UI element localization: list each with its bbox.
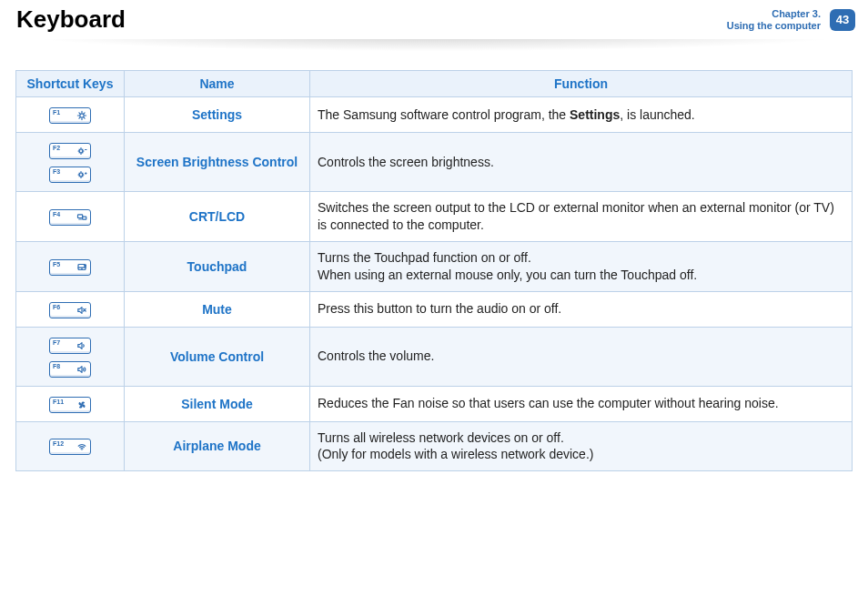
func-line-2: (Only for models with a wireless network… xyxy=(318,446,844,463)
table-row: F1 Settings The Samsung software control… xyxy=(16,97,853,133)
table-row: F12 Airplane Mode Turns all wireless net… xyxy=(16,421,853,471)
key-label: F6 xyxy=(53,303,60,310)
row-function: Reduces the Fan noise so that users can … xyxy=(310,386,853,421)
col-name: Name xyxy=(125,71,310,97)
func-line-1: Turns the Touchpad function on or off. xyxy=(318,249,844,267)
key-f3: F3 xyxy=(49,167,91,183)
key-cell: F5 xyxy=(16,241,125,291)
key-f2: F2 xyxy=(49,143,91,159)
table-row: F11 Silent Mode Reduces the Fan noise so… xyxy=(16,386,853,421)
key-f8: F8 xyxy=(49,361,91,378)
key-label: F2 xyxy=(53,144,60,151)
key-cell: F7 F8 xyxy=(16,327,125,386)
row-function: Press this button to turn the audio on o… xyxy=(310,291,853,327)
row-function: Controls the volume. xyxy=(310,327,853,386)
row-name: Silent Mode xyxy=(125,386,310,421)
table-row: F6 Mute Press this button to turn the au… xyxy=(16,291,853,327)
key-f5: F5 xyxy=(49,259,91,276)
key-cell: F2 F3 xyxy=(16,133,125,192)
chapter-line-1: Chapter 3. xyxy=(727,8,821,20)
func-line-2: When using an external mouse only, you c… xyxy=(318,267,844,284)
key-f1: F1 xyxy=(49,107,91,124)
header-shadow xyxy=(0,39,868,52)
key-label: F3 xyxy=(53,167,60,175)
key-cell: F4 xyxy=(16,192,125,242)
row-name: Settings xyxy=(125,97,310,133)
row-function: The Samsung software control program, th… xyxy=(310,97,853,133)
chapter-indicator: Chapter 3. Using the computer 43 xyxy=(727,8,868,31)
table-row: F2 F3 Screen Brightness Control Controls… xyxy=(16,133,853,192)
brightness-up-icon xyxy=(76,169,87,180)
table-header-row: Shortcut Keys Name Function xyxy=(16,71,853,97)
table-row: F7 F8 Volume Control Controls the volume… xyxy=(16,327,853,386)
settings-icon xyxy=(76,110,87,121)
key-label: F11 xyxy=(53,398,64,405)
col-function: Function xyxy=(310,71,853,97)
key-f4: F4 xyxy=(49,209,91,226)
key-label: F4 xyxy=(53,210,60,217)
row-function: Turns all wireless network devices on or… xyxy=(310,421,853,471)
key-label: F7 xyxy=(53,338,60,346)
row-name: Touchpad xyxy=(125,241,310,291)
touchpad-icon xyxy=(76,262,87,273)
chapter-line-2: Using the computer xyxy=(727,20,821,32)
brightness-down-icon xyxy=(76,146,87,157)
mute-icon xyxy=(76,305,87,316)
chapter-text: Chapter 3. Using the computer xyxy=(727,8,821,31)
page-header: Keyboard Chapter 3. Using the computer 4… xyxy=(0,0,868,37)
table-row: F4 CRT/LCD Switches the screen output to… xyxy=(16,192,853,242)
wifi-icon xyxy=(76,441,87,452)
volume-down-icon xyxy=(76,340,87,351)
table-row: F5 Touchpad Turns the Touchpad function … xyxy=(16,241,853,291)
col-shortcut-keys: Shortcut Keys xyxy=(16,71,125,97)
key-label: F12 xyxy=(53,439,64,447)
func-text-bold: Settings xyxy=(570,107,620,122)
row-name: Mute xyxy=(125,291,310,327)
row-function: Controls the screen brightness. xyxy=(310,133,853,192)
func-text-pre: The Samsung software control program, th… xyxy=(318,107,570,122)
key-f11: F11 xyxy=(49,397,91,413)
fan-icon xyxy=(76,399,87,410)
key-label: F5 xyxy=(53,260,60,268)
key-cell: F6 xyxy=(16,291,125,327)
shortcut-table: Shortcut Keys Name Function F1 Settings … xyxy=(15,70,853,471)
key-cell: F1 xyxy=(16,97,125,133)
page-number-badge: 43 xyxy=(830,9,855,31)
row-name: Volume Control xyxy=(125,327,310,386)
key-f7: F7 xyxy=(49,338,91,354)
row-name: Airplane Mode xyxy=(125,421,310,471)
key-cell: F11 xyxy=(16,386,125,421)
row-name: CRT/LCD xyxy=(125,192,310,242)
key-label: F1 xyxy=(53,108,60,116)
display-switch-icon xyxy=(76,212,87,223)
key-f6: F6 xyxy=(49,302,91,318)
volume-up-icon xyxy=(76,364,87,375)
row-function: Turns the Touchpad function on or off. W… xyxy=(310,241,853,291)
row-name: Screen Brightness Control xyxy=(125,133,310,192)
row-function: Switches the screen output to the LCD or… xyxy=(310,192,853,242)
page-title: Keyboard xyxy=(16,5,126,34)
key-f12: F12 xyxy=(49,439,91,455)
key-label: F8 xyxy=(53,362,60,369)
func-line-1: Turns all wireless network devices on or… xyxy=(318,429,844,447)
func-text-post: , is launched. xyxy=(620,107,695,122)
key-cell: F12 xyxy=(16,421,125,471)
